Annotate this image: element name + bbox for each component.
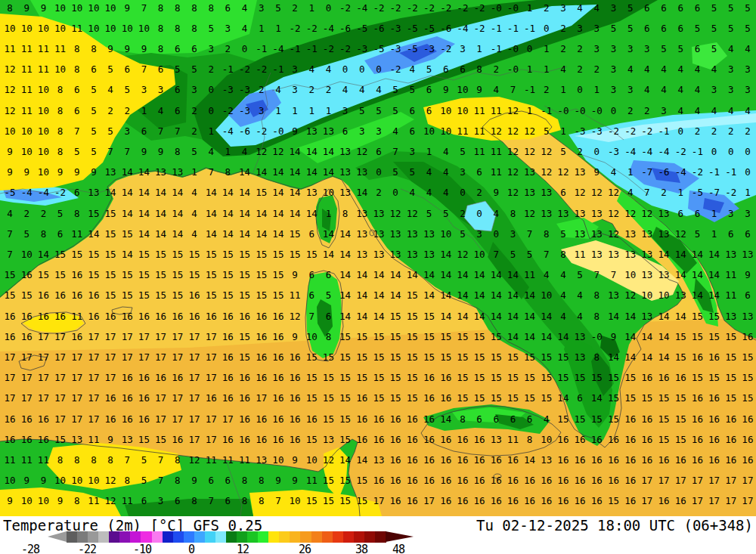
svg-text:1: 1: [527, 2, 533, 14]
color-scale-segment: [119, 531, 131, 543]
svg-text:10: 10: [272, 454, 284, 466]
svg-text:4: 4: [191, 208, 197, 219]
svg-text:10: 10: [440, 105, 451, 116]
svg-text:14: 14: [306, 208, 318, 219]
svg-text:1: 1: [476, 43, 482, 54]
svg-text:14: 14: [306, 166, 318, 178]
svg-text:12: 12: [624, 289, 636, 301]
svg-text:9: 9: [493, 187, 499, 198]
svg-text:0: 0: [728, 146, 734, 157]
svg-text:16: 16: [188, 289, 200, 301]
svg-text:8: 8: [158, 23, 164, 34]
svg-text:3: 3: [611, 63, 617, 75]
svg-text:2: 2: [326, 84, 332, 95]
svg-text:-2: -2: [373, 2, 384, 14]
svg-text:15: 15: [122, 269, 133, 280]
svg-text:1: 1: [326, 105, 332, 116]
svg-text:15: 15: [306, 249, 318, 260]
svg-text:1: 1: [308, 105, 314, 116]
svg-text:17: 17: [423, 495, 435, 506]
svg-text:16: 16: [290, 434, 301, 445]
legend-bar: Temperature (2m) [°C] GFS 0.25 Tu 02-12-…: [0, 516, 756, 554]
svg-text:15: 15: [155, 269, 166, 280]
svg-text:8: 8: [191, 23, 197, 34]
svg-text:17: 17: [206, 351, 217, 363]
svg-text:1: 1: [560, 125, 566, 137]
svg-text:8: 8: [342, 208, 349, 219]
svg-text:15: 15: [222, 269, 234, 280]
svg-text:6: 6: [695, 43, 701, 54]
svg-text:6: 6: [141, 495, 147, 506]
svg-text:14: 14: [155, 208, 166, 219]
svg-text:17: 17: [172, 413, 183, 425]
color-scale-segment: [184, 531, 195, 543]
svg-text:4: 4: [711, 63, 717, 75]
svg-text:2: 2: [493, 63, 499, 75]
svg-text:14: 14: [440, 413, 451, 425]
svg-text:16: 16: [557, 495, 569, 506]
svg-text:15: 15: [524, 372, 535, 383]
svg-text:15: 15: [575, 372, 586, 383]
svg-text:16: 16: [624, 434, 636, 445]
svg-text:4: 4: [7, 208, 13, 219]
svg-text:16: 16: [692, 413, 703, 425]
svg-text:-0: -0: [507, 63, 519, 75]
color-scale-segment: [279, 531, 290, 543]
svg-text:6: 6: [677, 208, 683, 219]
svg-text:5: 5: [91, 84, 97, 95]
svg-text:14: 14: [541, 311, 552, 322]
svg-text:17: 17: [222, 413, 234, 425]
svg-text:5: 5: [745, 23, 751, 34]
svg-text:13: 13: [122, 434, 133, 445]
svg-text:14: 14: [339, 269, 351, 280]
svg-text:-2: -2: [306, 23, 318, 34]
svg-text:6: 6: [326, 311, 332, 322]
svg-text:9: 9: [7, 495, 13, 506]
svg-text:5: 5: [23, 228, 29, 240]
svg-text:16: 16: [407, 495, 418, 506]
svg-text:16: 16: [272, 351, 284, 363]
svg-text:9: 9: [41, 475, 47, 486]
svg-text:17: 17: [641, 495, 652, 506]
svg-text:12: 12: [524, 146, 535, 157]
svg-text:16: 16: [641, 434, 652, 445]
svg-text:6: 6: [577, 392, 583, 404]
color-scale-tick-label: 38: [355, 543, 367, 554]
svg-text:15: 15: [339, 475, 351, 486]
svg-text:17: 17: [188, 413, 200, 425]
svg-text:3: 3: [728, 84, 734, 95]
svg-text:16: 16: [742, 434, 753, 445]
svg-text:17: 17: [38, 351, 49, 363]
svg-text:15: 15: [624, 392, 636, 404]
svg-text:16: 16: [557, 454, 569, 466]
svg-text:2: 2: [644, 105, 650, 116]
svg-text:12: 12: [4, 63, 15, 75]
svg-text:11: 11: [21, 43, 33, 54]
svg-text:15: 15: [356, 351, 367, 363]
svg-text:16: 16: [423, 475, 435, 486]
svg-text:1: 1: [225, 146, 231, 157]
svg-text:16: 16: [440, 495, 451, 506]
svg-text:6: 6: [141, 125, 147, 137]
svg-text:11: 11: [491, 166, 502, 178]
svg-text:15: 15: [524, 351, 535, 363]
svg-text:12: 12: [188, 454, 200, 466]
svg-text:9: 9: [125, 43, 131, 54]
svg-text:8: 8: [175, 2, 181, 14]
svg-text:16: 16: [457, 495, 468, 506]
svg-text:17: 17: [105, 331, 116, 342]
svg-text:16: 16: [222, 434, 234, 445]
svg-text:15: 15: [473, 331, 485, 342]
svg-text:16: 16: [742, 454, 753, 466]
svg-text:13: 13: [658, 208, 669, 219]
svg-text:13: 13: [373, 454, 384, 466]
svg-text:5: 5: [627, 23, 634, 34]
svg-text:-2: -2: [339, 43, 351, 54]
svg-text:0: 0: [359, 63, 365, 75]
svg-text:14: 14: [507, 311, 519, 322]
svg-text:1: 1: [191, 166, 197, 178]
svg-text:16: 16: [524, 495, 535, 506]
svg-text:7: 7: [175, 125, 181, 137]
svg-text:3: 3: [359, 125, 365, 137]
svg-text:-3: -3: [222, 84, 234, 95]
